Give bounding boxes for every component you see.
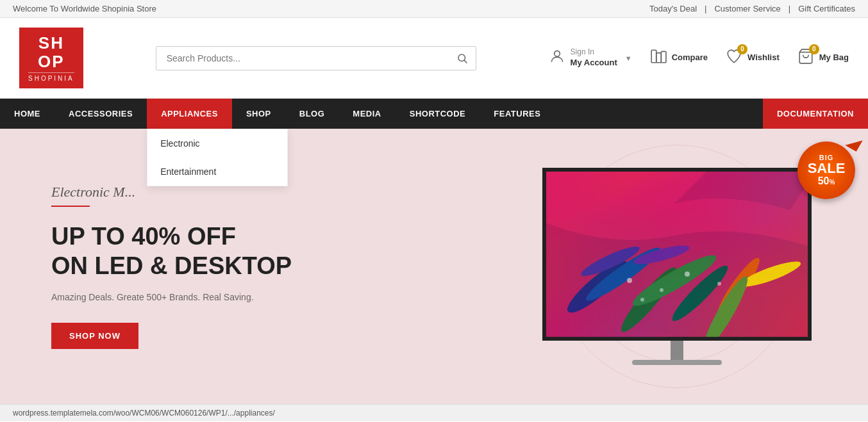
nav-item-home[interactable]: HOME [0,99,54,129]
header-icons: Sign In My Account ▼ Compare [549,47,849,68]
svg-point-21 [717,282,721,286]
wishlist-text: Wishlist [747,53,780,63]
compare-icon [650,48,667,69]
svg-point-19 [660,288,664,292]
svg-point-20 [685,272,690,277]
svg-line-1 [464,60,467,63]
svg-rect-3 [651,50,656,63]
main-nav: HOME ACCESSORIES APPLIANCES Electronic E… [0,99,868,129]
compare-item[interactable]: Compare [650,48,708,69]
account-dropdown-arrow: ▼ [625,54,632,62]
svg-point-18 [627,278,632,283]
search-icon [456,53,468,64]
nav-item-accessories[interactable]: ACCESSORIES [54,99,147,129]
tv-container [542,168,812,365]
nav-item-media[interactable]: MEDIA [338,99,395,129]
hero-title: UP TO 40% OFF ON LED & DESKTOP [51,222,434,280]
shop-now-button[interactable]: SHOP NOW [51,323,138,349]
search-input[interactable] [156,46,476,70]
dropdown-item-electronic[interactable]: Electronic [147,129,287,158]
nav-item-blog[interactable]: BLOG [285,99,339,129]
nav-item-shop[interactable]: SHOP [232,99,285,129]
appliances-dropdown: Electronic Entertainment [147,129,288,186]
top-bar-links: Today's Deal | Customer Service | Gift C… [649,4,855,13]
status-bar: wordpress.templatemela.com/woo/WCM06/WCM… [0,404,868,421]
nav-item-features[interactable]: FEATURES [480,99,555,129]
nav-spacer [555,99,762,129]
nav-item-shortcode[interactable]: SHORTCODE [396,99,480,129]
wishlist-icon: 0 [726,48,742,69]
tv-stand-base [632,360,722,365]
logo-brand: SHOPINIA [28,72,74,82]
divider2: | [789,4,790,13]
bag-text: My Bag [819,53,849,63]
welcome-text: Welcome To Worldwide Shopinia Store [13,4,156,13]
svg-rect-4 [656,53,661,62]
todays-deal-link[interactable]: Today's Deal [649,4,697,13]
wishlist-badge: 0 [737,44,747,54]
search-bar [156,46,476,70]
svg-point-0 [458,54,465,61]
gift-certificates-link[interactable]: Gift Certificates [798,4,855,13]
tv-screen [542,168,812,341]
status-url: wordpress.templatemela.com/woo/WCM06/WCM… [13,409,275,418]
header: SHOP SHOPINIA Sign In My Account ▼ [0,18,868,99]
search-button[interactable] [448,46,476,70]
hero-underline [51,206,90,207]
svg-rect-5 [661,51,666,62]
logo-text: SHOP [28,34,74,70]
bag-icon: 0 [797,48,814,69]
hero-description: Amazing Deals. Greate 500+ Brands. Real … [51,292,434,302]
customer-service-link[interactable]: Customer Service [714,4,780,13]
nav-appliances-wrapper: APPLIANCES Electronic Entertainment [147,99,232,129]
account-text: Sign In My Account [571,47,617,68]
svg-point-22 [640,298,644,302]
bag-item[interactable]: 0 My Bag [797,48,849,69]
wishlist-item[interactable]: 0 Wishlist [726,48,780,69]
compare-text: Compare [672,53,708,63]
svg-point-2 [554,51,560,56]
account-item[interactable]: Sign In My Account ▼ [549,47,632,68]
nav-item-appliances[interactable]: APPLIANCES [147,99,232,129]
hero-section: Electronic M... UP TO 40% OFF ON LED & D… [0,129,868,404]
account-icon [549,48,565,69]
top-bar: Welcome To Worldwide Shopinia Store Toda… [0,0,868,18]
hero-image-area: BIG SALE 50% [485,129,868,404]
nav-item-documentation[interactable]: DOCUMENTATION [763,99,868,129]
bag-badge: 0 [809,44,819,54]
sale-badge: BIG SALE 50% [797,142,855,199]
dropdown-item-entertainment[interactable]: Entertainment [147,158,287,186]
tv-stand-neck [671,341,683,360]
divider1: | [705,4,706,13]
logo[interactable]: SHOP SHOPINIA [19,28,83,88]
